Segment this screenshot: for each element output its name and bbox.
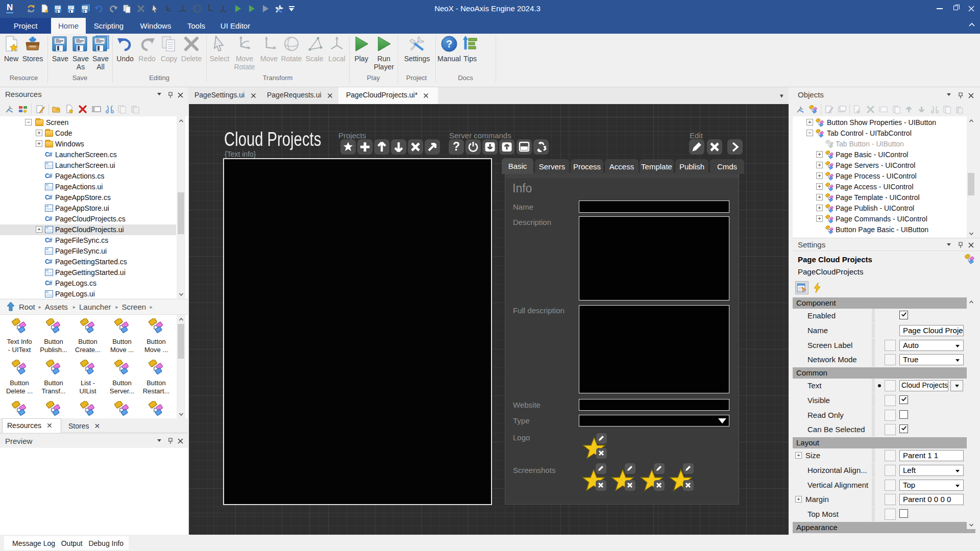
svg-text:?: ? xyxy=(446,38,452,49)
